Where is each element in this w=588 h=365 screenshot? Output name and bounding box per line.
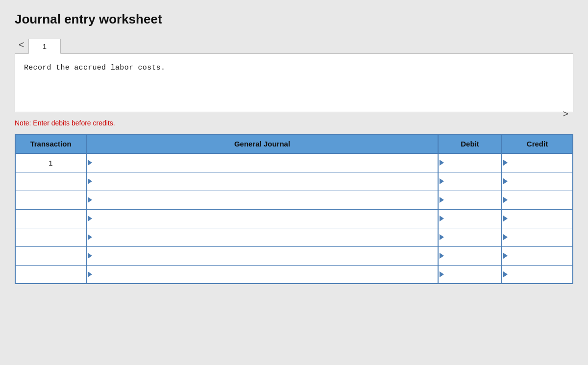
cell-journal-4[interactable] bbox=[86, 228, 438, 246]
cell-journal-5[interactable] bbox=[86, 246, 438, 265]
worksheet-box: Record the accrued labor costs. bbox=[15, 53, 573, 112]
row-arrow-icon bbox=[503, 197, 508, 203]
debit-input-4[interactable] bbox=[441, 228, 499, 246]
table-row bbox=[15, 209, 573, 228]
journal-input-6[interactable] bbox=[95, 266, 436, 284]
table-row bbox=[15, 265, 573, 284]
row-arrow-icon bbox=[440, 253, 444, 259]
journal-input-0[interactable] bbox=[95, 154, 436, 172]
row-arrow-icon bbox=[440, 197, 444, 203]
cell-journal-2[interactable] bbox=[86, 191, 438, 209]
cell-transaction-0: 1 bbox=[15, 153, 86, 172]
cell-debit-6[interactable] bbox=[438, 265, 502, 284]
cell-credit-0[interactable] bbox=[502, 153, 573, 172]
row-arrow-icon bbox=[503, 216, 508, 221]
credit-input-6[interactable] bbox=[504, 266, 570, 284]
debit-input-0[interactable] bbox=[441, 154, 499, 172]
row-arrow-icon bbox=[88, 271, 92, 277]
debit-input-2[interactable] bbox=[441, 191, 499, 209]
cell-debit-0[interactable] bbox=[438, 153, 502, 172]
page-title: Journal entry worksheet bbox=[15, 12, 573, 27]
debit-input-6[interactable] bbox=[441, 266, 499, 284]
row-arrow-icon bbox=[503, 160, 508, 166]
cell-journal-3[interactable] bbox=[86, 209, 438, 228]
journal-table: Transaction General Journal Debit Credit… bbox=[15, 134, 573, 284]
cell-transaction-5 bbox=[15, 246, 86, 265]
row-arrow-icon bbox=[88, 197, 92, 203]
table-row bbox=[15, 228, 573, 246]
row-arrow-icon bbox=[503, 178, 508, 184]
credit-input-1[interactable] bbox=[504, 172, 570, 191]
row-arrow-icon bbox=[503, 234, 508, 240]
credit-input-5[interactable] bbox=[504, 247, 570, 265]
row-arrow-icon bbox=[440, 216, 444, 221]
cell-transaction-2 bbox=[15, 191, 86, 209]
cell-debit-4[interactable] bbox=[438, 228, 502, 246]
next-tab-button[interactable]: > bbox=[563, 108, 568, 120]
col-header-debit: Debit bbox=[438, 134, 502, 153]
col-header-transaction: Transaction bbox=[15, 134, 86, 153]
prev-tab-button[interactable]: < bbox=[15, 36, 28, 53]
journal-input-3[interactable] bbox=[95, 210, 436, 228]
row-arrow-icon bbox=[503, 253, 508, 259]
table-row: 1 bbox=[15, 153, 573, 172]
col-header-general-journal: General Journal bbox=[86, 134, 438, 153]
cell-transaction-3 bbox=[15, 209, 86, 228]
journal-input-4[interactable] bbox=[95, 228, 436, 246]
debit-input-1[interactable] bbox=[441, 172, 499, 191]
cell-credit-5[interactable] bbox=[502, 246, 573, 265]
row-arrow-icon bbox=[503, 271, 508, 277]
row-arrow-icon bbox=[88, 234, 92, 240]
cell-journal-6[interactable] bbox=[86, 265, 438, 284]
cell-transaction-1 bbox=[15, 172, 86, 191]
debit-input-5[interactable] bbox=[441, 247, 499, 265]
journal-input-2[interactable] bbox=[95, 191, 436, 209]
journal-input-5[interactable] bbox=[95, 247, 436, 265]
tab-1[interactable]: 1 bbox=[28, 39, 61, 54]
row-arrow-icon bbox=[440, 271, 444, 277]
row-arrow-icon bbox=[440, 234, 444, 240]
row-arrow-icon bbox=[440, 178, 444, 184]
row-arrow-icon bbox=[88, 253, 92, 259]
col-header-credit: Credit bbox=[502, 134, 573, 153]
cell-journal-0[interactable] bbox=[86, 153, 438, 172]
cell-journal-1[interactable] bbox=[86, 172, 438, 191]
cell-debit-5[interactable] bbox=[438, 246, 502, 265]
cell-debit-3[interactable] bbox=[438, 209, 502, 228]
row-arrow-icon bbox=[440, 160, 444, 166]
credit-input-4[interactable] bbox=[504, 228, 570, 246]
table-row bbox=[15, 191, 573, 209]
note-text: Note: Enter debits before credits. bbox=[15, 119, 573, 127]
credit-input-2[interactable] bbox=[504, 191, 570, 209]
cell-credit-1[interactable] bbox=[502, 172, 573, 191]
cell-credit-3[interactable] bbox=[502, 209, 573, 228]
row-arrow-icon bbox=[88, 160, 92, 166]
worksheet-instruction: Record the accrued labor costs. bbox=[24, 64, 564, 72]
tab-row: < 1 bbox=[15, 36, 573, 53]
cell-credit-4[interactable] bbox=[502, 228, 573, 246]
table-row bbox=[15, 172, 573, 191]
cell-credit-2[interactable] bbox=[502, 191, 573, 209]
journal-input-1[interactable] bbox=[95, 172, 436, 191]
cell-debit-2[interactable] bbox=[438, 191, 502, 209]
row-arrow-icon bbox=[88, 178, 92, 184]
row-arrow-icon bbox=[88, 216, 92, 221]
cell-transaction-6 bbox=[15, 265, 86, 284]
cell-debit-1[interactable] bbox=[438, 172, 502, 191]
credit-input-0[interactable] bbox=[504, 154, 570, 172]
credit-input-3[interactable] bbox=[504, 210, 570, 228]
cell-credit-6[interactable] bbox=[502, 265, 573, 284]
cell-transaction-4 bbox=[15, 228, 86, 246]
table-row bbox=[15, 246, 573, 265]
debit-input-3[interactable] bbox=[441, 210, 499, 228]
